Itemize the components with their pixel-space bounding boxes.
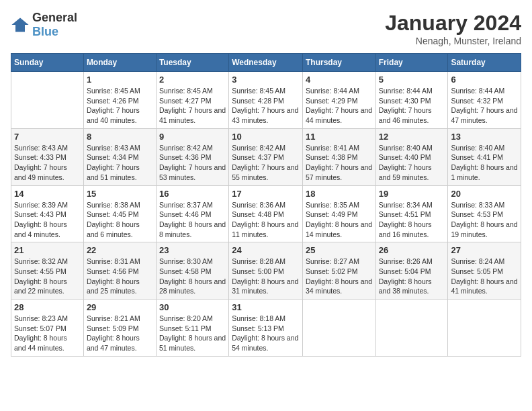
day-number: 9: [159, 132, 226, 142]
logo-icon: [11, 15, 30, 34]
svg-marker-0: [11, 18, 28, 32]
day-number: 30: [159, 302, 226, 312]
day-info: Sunrise: 8:36 AMSunset: 4:48 PMDaylight:…: [232, 200, 300, 240]
day-info: Sunrise: 8:35 AMSunset: 4:49 PMDaylight:…: [306, 200, 373, 240]
day-number: 11: [306, 132, 373, 142]
day-info: Sunrise: 8:45 AMSunset: 4:26 PMDaylight:…: [87, 86, 153, 126]
day-cell: 20Sunrise: 8:33 AMSunset: 4:53 PMDayligh…: [448, 185, 521, 242]
logo: General Blue: [11, 11, 77, 39]
day-number: 21: [14, 245, 81, 255]
day-info: Sunrise: 8:44 AMSunset: 4:32 PMDaylight:…: [451, 86, 518, 126]
day-number: 24: [232, 245, 300, 255]
day-cell: 11Sunrise: 8:41 AMSunset: 4:38 PMDayligh…: [302, 128, 375, 185]
day-number: 2: [159, 75, 226, 85]
day-number: 27: [451, 245, 518, 255]
day-number: 14: [14, 189, 81, 199]
day-info: Sunrise: 8:37 AMSunset: 4:46 PMDaylight:…: [159, 200, 226, 240]
day-header-friday: Friday: [375, 54, 448, 72]
day-info: Sunrise: 8:42 AMSunset: 4:36 PMDaylight:…: [159, 143, 226, 183]
day-number: 29: [87, 302, 153, 312]
day-info: Sunrise: 8:45 AMSunset: 4:27 PMDaylight:…: [159, 86, 226, 126]
day-number: 16: [159, 189, 226, 199]
header-row: SundayMondayTuesdayWednesdayThursdayFrid…: [11, 54, 521, 72]
day-info: Sunrise: 8:30 AMSunset: 4:58 PMDaylight:…: [159, 257, 226, 296]
day-info: Sunrise: 8:24 AMSunset: 5:05 PMDaylight:…: [451, 257, 518, 296]
day-cell: 16Sunrise: 8:37 AMSunset: 4:46 PMDayligh…: [156, 185, 228, 242]
day-cell: [375, 300, 448, 357]
day-info: Sunrise: 8:43 AMSunset: 4:34 PMDaylight:…: [87, 143, 153, 183]
logo-blue: Blue: [32, 25, 58, 38]
day-cell: 4Sunrise: 8:44 AMSunset: 4:29 PMDaylight…: [302, 72, 375, 129]
day-info: Sunrise: 8:44 AMSunset: 4:29 PMDaylight:…: [306, 86, 373, 126]
day-info: Sunrise: 8:45 AMSunset: 4:28 PMDaylight:…: [232, 86, 300, 126]
day-cell: 23Sunrise: 8:30 AMSunset: 4:58 PMDayligh…: [156, 242, 228, 300]
day-cell: 14Sunrise: 8:39 AMSunset: 4:43 PMDayligh…: [11, 185, 84, 242]
day-cell: 6Sunrise: 8:44 AMSunset: 4:32 PMDaylight…: [448, 72, 521, 129]
week-row-4: 21Sunrise: 8:32 AMSunset: 4:55 PMDayligh…: [11, 242, 521, 300]
day-cell: 19Sunrise: 8:34 AMSunset: 4:51 PMDayligh…: [375, 185, 448, 242]
location: Nenagh, Munster, Ireland: [385, 36, 521, 46]
day-number: 10: [232, 132, 300, 142]
day-cell: 28Sunrise: 8:23 AMSunset: 5:07 PMDayligh…: [11, 300, 84, 357]
week-row-2: 7Sunrise: 8:43 AMSunset: 4:33 PMDaylight…: [11, 128, 521, 185]
day-header-monday: Monday: [83, 54, 156, 72]
day-number: 20: [451, 189, 518, 199]
week-row-1: 1Sunrise: 8:45 AMSunset: 4:26 PMDaylight…: [11, 72, 521, 129]
day-number: 17: [232, 189, 300, 199]
day-cell: 30Sunrise: 8:20 AMSunset: 5:11 PMDayligh…: [156, 300, 228, 357]
day-cell: 1Sunrise: 8:45 AMSunset: 4:26 PMDaylight…: [83, 72, 156, 129]
day-cell: 27Sunrise: 8:24 AMSunset: 5:05 PMDayligh…: [448, 242, 521, 300]
day-header-thursday: Thursday: [302, 54, 375, 72]
day-cell: 26Sunrise: 8:26 AMSunset: 5:04 PMDayligh…: [375, 242, 448, 300]
day-info: Sunrise: 8:34 AMSunset: 4:51 PMDaylight:…: [379, 200, 445, 240]
day-number: 23: [159, 245, 226, 255]
day-number: 1: [87, 75, 153, 85]
day-number: 26: [379, 245, 445, 255]
day-header-tuesday: Tuesday: [156, 54, 228, 72]
day-cell: [11, 72, 84, 129]
day-cell: 8Sunrise: 8:43 AMSunset: 4:34 PMDaylight…: [83, 128, 156, 185]
day-number: 28: [14, 302, 81, 312]
day-cell: 12Sunrise: 8:40 AMSunset: 4:40 PMDayligh…: [375, 128, 448, 185]
week-row-3: 14Sunrise: 8:39 AMSunset: 4:43 PMDayligh…: [11, 185, 521, 242]
day-header-sunday: Sunday: [11, 54, 84, 72]
logo-text: General Blue: [32, 11, 77, 39]
day-info: Sunrise: 8:33 AMSunset: 4:53 PMDaylight:…: [451, 200, 518, 240]
day-cell: 18Sunrise: 8:35 AMSunset: 4:49 PMDayligh…: [302, 185, 375, 242]
day-number: 18: [306, 189, 373, 199]
day-cell: 2Sunrise: 8:45 AMSunset: 4:27 PMDaylight…: [156, 72, 228, 129]
calendar-table: SundayMondayTuesdayWednesdayThursdayFrid…: [11, 53, 521, 357]
day-number: 4: [306, 75, 373, 85]
day-info: Sunrise: 8:32 AMSunset: 4:55 PMDaylight:…: [14, 257, 81, 296]
day-info: Sunrise: 8:38 AMSunset: 4:45 PMDaylight:…: [87, 200, 153, 240]
day-info: Sunrise: 8:27 AMSunset: 5:02 PMDaylight:…: [306, 257, 373, 296]
day-header-saturday: Saturday: [448, 54, 521, 72]
day-cell: 29Sunrise: 8:21 AMSunset: 5:09 PMDayligh…: [83, 300, 156, 357]
day-info: Sunrise: 8:31 AMSunset: 4:56 PMDaylight:…: [87, 257, 153, 296]
month-title: January 2024: [385, 11, 521, 36]
day-info: Sunrise: 8:40 AMSunset: 4:41 PMDaylight:…: [451, 143, 518, 183]
day-number: 7: [14, 132, 81, 142]
day-info: Sunrise: 8:42 AMSunset: 4:37 PMDaylight:…: [232, 143, 300, 183]
day-info: Sunrise: 8:40 AMSunset: 4:40 PMDaylight:…: [379, 143, 445, 183]
day-number: 3: [232, 75, 300, 85]
day-number: 15: [87, 189, 153, 199]
day-cell: 13Sunrise: 8:40 AMSunset: 4:41 PMDayligh…: [448, 128, 521, 185]
day-number: 13: [451, 132, 518, 142]
day-info: Sunrise: 8:23 AMSunset: 5:07 PMDaylight:…: [14, 314, 81, 353]
day-number: 25: [306, 245, 373, 255]
day-info: Sunrise: 8:43 AMSunset: 4:33 PMDaylight:…: [14, 143, 81, 183]
day-number: 22: [87, 245, 153, 255]
day-cell: 21Sunrise: 8:32 AMSunset: 4:55 PMDayligh…: [11, 242, 84, 300]
day-number: 6: [451, 75, 518, 85]
week-row-5: 28Sunrise: 8:23 AMSunset: 5:07 PMDayligh…: [11, 300, 521, 357]
day-cell: [448, 300, 521, 357]
day-cell: 3Sunrise: 8:45 AMSunset: 4:28 PMDaylight…: [229, 72, 303, 129]
day-cell: 22Sunrise: 8:31 AMSunset: 4:56 PMDayligh…: [83, 242, 156, 300]
day-cell: 24Sunrise: 8:28 AMSunset: 5:00 PMDayligh…: [229, 242, 303, 300]
day-number: 19: [379, 189, 445, 199]
day-info: Sunrise: 8:41 AMSunset: 4:38 PMDaylight:…: [306, 143, 373, 183]
day-info: Sunrise: 8:44 AMSunset: 4:30 PMDaylight:…: [379, 86, 445, 126]
day-cell: 17Sunrise: 8:36 AMSunset: 4:48 PMDayligh…: [229, 185, 303, 242]
day-cell: 15Sunrise: 8:38 AMSunset: 4:45 PMDayligh…: [83, 185, 156, 242]
